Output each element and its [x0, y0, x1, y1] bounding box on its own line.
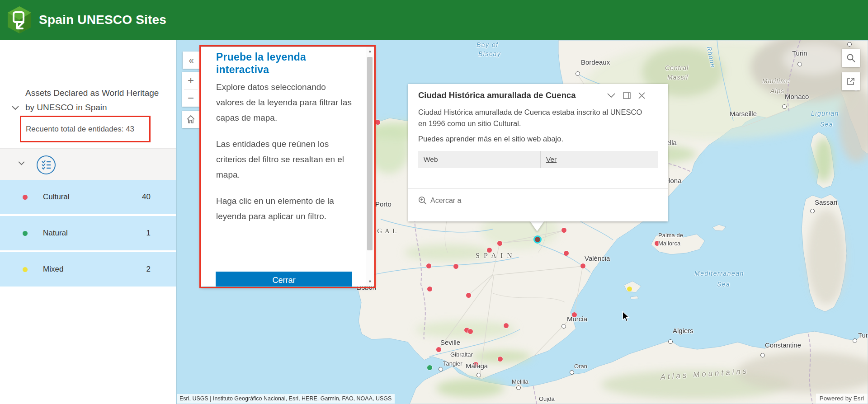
export-icon — [846, 77, 855, 86]
home-icon — [186, 115, 195, 124]
chevron-down-icon[interactable] — [18, 161, 25, 165]
application-window: Spain UNESCO Sites Assets Declared as Wo… — [0, 0, 868, 404]
city-label: Melilla — [512, 378, 528, 385]
coachmark-body: Explore datos seleccionando valores de l… — [216, 80, 355, 235]
city-label: Monaco — [785, 93, 809, 100]
unesco-site-dot-cultural[interactable] — [580, 263, 585, 268]
unesco-site-dot-cultural[interactable] — [375, 120, 380, 125]
city-label: Gibraltar — [450, 351, 473, 358]
city-label: Tunis — [858, 331, 868, 339]
city-marker — [516, 385, 521, 390]
legend-item-cultural[interactable]: Cultural40 — [0, 180, 176, 214]
map-label: Biscay — [478, 50, 501, 57]
app-logo-icon — [6, 6, 33, 34]
unesco-site-dot-selected[interactable] — [533, 235, 542, 244]
city-marker — [576, 71, 580, 76]
city-label: Oran — [574, 363, 587, 370]
unesco-site-dot-natural[interactable] — [427, 365, 432, 370]
unesco-site-dot-cultural[interactable] — [504, 323, 509, 328]
city-label: Seville — [440, 338, 460, 346]
popup-description: Ciudad Histórica amurallada de Cuenca es… — [418, 107, 644, 129]
zoom-in-button[interactable]: + — [182, 72, 199, 89]
legend-item-mixed[interactable]: Mixed2 — [0, 252, 176, 287]
map-label: Mediterranean — [694, 270, 744, 277]
legend-symbol-dot — [23, 231, 28, 236]
feature-popup: Ciudad Histórica amurallada de Cuenca Ci… — [408, 84, 668, 221]
popup-close-button[interactable] — [637, 90, 646, 100]
unesco-site-dot-cultural[interactable] — [497, 241, 502, 246]
legend-header-row[interactable] — [0, 148, 176, 182]
layer-title: Assets Declared as World Heritage by UNE… — [25, 86, 165, 115]
legend-item-label: Cultural — [43, 193, 70, 202]
popup-attribute-table: Web Ver — [418, 151, 658, 168]
coachmark-title: Pruebe la leyenda interactiva — [216, 51, 352, 76]
attribute-field: Web — [418, 151, 541, 168]
search-button[interactable] — [842, 49, 860, 67]
zoom-out-button[interactable]: − — [182, 89, 199, 107]
city-label: Turin — [792, 49, 807, 57]
coachmark-paragraph: Haga clic en un elemento de la leyenda p… — [216, 193, 355, 224]
popup-dock-button[interactable] — [622, 90, 632, 100]
unesco-site-dot-cultural[interactable] — [436, 347, 441, 352]
unesco-site-dot-cultural[interactable] — [453, 264, 458, 269]
coachmark-paragraph: Explore datos seleccionando valores de l… — [216, 80, 355, 126]
scroll-down-arrow-icon[interactable]: ▼ — [366, 279, 374, 284]
legend-item-count: 2 — [146, 265, 151, 274]
magnifier-plus-icon — [418, 196, 427, 205]
page-title: Spain UNESCO Sites — [39, 13, 166, 27]
popup-title: Ciudad Histórica amurallada de Cuenca — [418, 90, 576, 100]
search-icon — [846, 53, 855, 62]
city-label: Málaga — [466, 362, 488, 370]
unesco-site-dot-cultural[interactable] — [564, 251, 569, 256]
city-marker — [847, 42, 852, 47]
unesco-site-dot-cultural[interactable] — [426, 263, 431, 268]
city-label: Oujda — [539, 395, 555, 402]
city-marker — [570, 370, 574, 375]
divider — [408, 188, 668, 189]
map-label: Alps — [770, 87, 784, 94]
unesco-site-dot-cultural[interactable] — [427, 287, 432, 291]
app-header: Spain UNESCO Sites — [0, 0, 868, 40]
web-link[interactable]: Ver — [546, 155, 557, 164]
legend-item-count: 40 — [142, 193, 151, 202]
city-label: Murcia — [567, 315, 587, 323]
zoom-to-button[interactable]: Acercar a — [418, 196, 461, 205]
map-label: SPAIN — [476, 252, 516, 260]
city-label: Tangier — [443, 360, 462, 367]
popup-collapse-button[interactable] — [606, 90, 616, 100]
city-marker — [668, 339, 673, 344]
map-label: Bay of — [476, 41, 499, 48]
collapse-panel-button[interactable]: « — [183, 52, 200, 69]
sidebar: Assets Declared as World Heritage by UNE… — [0, 40, 176, 404]
city-label: Marseille — [730, 110, 757, 117]
scrollbar[interactable]: ▲ ▼ — [366, 47, 374, 287]
city-label: Sassari — [815, 198, 837, 206]
city-marker — [853, 338, 857, 343]
city-marker — [810, 209, 815, 213]
interactive-legend-icon[interactable] — [36, 155, 56, 175]
popup-description-2: Puedes aprender más en el sitio web abaj… — [418, 135, 644, 143]
unesco-site-dot-cultural[interactable] — [561, 228, 566, 233]
share-export-button[interactable] — [842, 72, 860, 90]
coachmark-paragraph: Las entidades que reúnen los criterios d… — [216, 136, 355, 183]
unesco-site-dot-cultural[interactable] — [498, 357, 503, 362]
unesco-site-dot-cultural[interactable] — [468, 329, 473, 334]
home-button[interactable] — [182, 111, 199, 128]
legend-item-label: Mixed — [43, 265, 63, 274]
legend-item-natural[interactable]: Natural1 — [0, 216, 176, 250]
map-label: Ligurian — [811, 110, 839, 117]
unesco-site-dot-mixed[interactable] — [627, 287, 632, 291]
city-label: Palma de — [658, 232, 683, 239]
scrollbar-thumb[interactable] — [367, 57, 373, 250]
layer-title-line1: Assets Declared as World Heritage — [25, 86, 165, 100]
legend-item-label: Natural — [43, 229, 68, 238]
city-label: Mallorca — [658, 240, 680, 247]
close-coachmark-button[interactable]: Cerrar — [216, 272, 352, 287]
city-marker — [760, 353, 765, 357]
map-label: Sea — [717, 281, 730, 288]
chevron-down-icon[interactable] — [12, 106, 19, 110]
city-marker — [797, 62, 802, 66]
scroll-up-arrow-icon[interactable]: ▲ — [366, 49, 374, 53]
unesco-site-dot-cultural[interactable] — [466, 293, 471, 298]
city-label: Algiers — [673, 327, 693, 334]
